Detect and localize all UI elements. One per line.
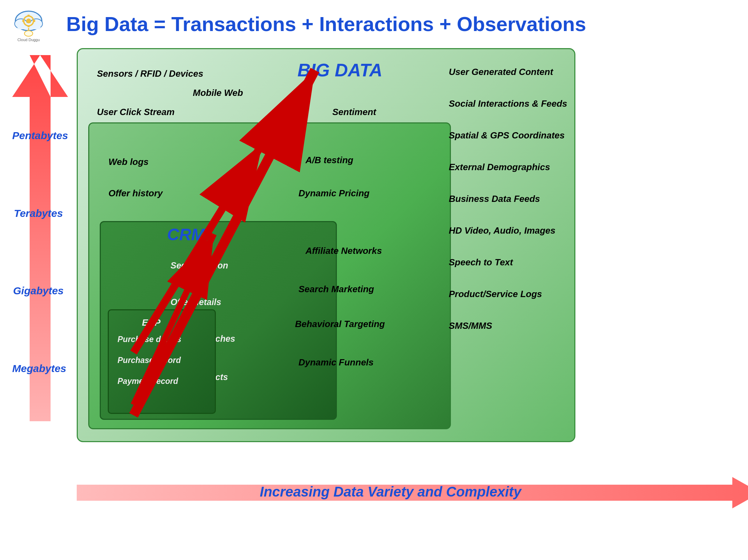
web-label: WEB bbox=[260, 127, 301, 147]
logo-area: Cloud Duggu bbox=[10, 6, 56, 41]
content-area: Pentabytes Terabytes Gigabytes Megabytes… bbox=[0, 45, 748, 512]
right-label-product: Product/Service Logs bbox=[449, 289, 567, 300]
svg-text:Cloud Duggu: Cloud Duggu bbox=[17, 38, 40, 42]
x-axis-arrow-svg: Increasing Data Variety and Complexity bbox=[77, 477, 748, 508]
svg-text:Increasing Data Variety and Co: Increasing Data Variety and Complexity bbox=[260, 484, 522, 499]
user-click-stream-text: User Click Stream bbox=[97, 107, 175, 118]
right-label-demographics: External Demographics bbox=[449, 162, 567, 173]
behavioral-targeting-text: Behavioral Targeting bbox=[295, 319, 385, 330]
web-box: WEB Web logs A/B testing Offer history D… bbox=[88, 122, 451, 429]
page-title: Big Data = Transactions + Interactions +… bbox=[66, 12, 586, 36]
svg-rect-9 bbox=[33, 20, 35, 22]
diagram-area: BIG DATA Sensors / RFID / Devices Mobile… bbox=[77, 48, 734, 512]
y-label-pentabytes: Pentabytes bbox=[12, 130, 68, 142]
y-label-megabytes: Megabytes bbox=[12, 363, 68, 374]
right-label-ugc: User Generated Content bbox=[449, 67, 567, 77]
segmentation-text: Segmentation bbox=[171, 260, 228, 271]
right-label-bizdata: Business Data Feeds bbox=[449, 194, 567, 204]
payment-record-text: Payment record bbox=[118, 377, 178, 386]
sentiment-text: Sentiment bbox=[332, 107, 376, 118]
header: Cloud Duggu Big Data = Transactions + In… bbox=[0, 0, 748, 45]
logo-icon: Cloud Duggu bbox=[10, 6, 47, 43]
crm-label: CRM bbox=[167, 225, 205, 244]
dynamic-funnels-text: Dynamic Funnels bbox=[299, 357, 373, 368]
sensors-text: Sensors / RFID / Devices bbox=[97, 68, 203, 79]
right-label-video: HD Video, Audio, Images bbox=[449, 225, 567, 236]
big-data-box: BIG DATA Sensors / RFID / Devices Mobile… bbox=[77, 48, 575, 442]
svg-point-5 bbox=[26, 18, 31, 23]
search-marketing-text: Search Marketing bbox=[299, 284, 374, 295]
svg-rect-8 bbox=[22, 20, 24, 22]
ab-testing-text: A/B testing bbox=[305, 155, 353, 166]
x-axis-container: Increasing Data Variety and Complexity bbox=[77, 477, 748, 508]
svg-rect-7 bbox=[28, 25, 30, 27]
right-label-speech: Speech to Text bbox=[449, 257, 567, 268]
mobile-web-text: Mobile Web bbox=[193, 88, 243, 98]
right-label-social: Social Interactions & Feeds bbox=[449, 98, 567, 109]
big-data-label: BIG DATA bbox=[297, 60, 383, 81]
y-axis: Pentabytes Terabytes Gigabytes Megabytes bbox=[10, 48, 70, 512]
web-logs-text: Web logs bbox=[108, 157, 149, 167]
offer-details-text: Offer details bbox=[171, 297, 221, 307]
svg-point-10 bbox=[24, 31, 33, 36]
purchase-record-text: Purchase record bbox=[118, 356, 181, 365]
affiliate-networks-text: Affiliate Networks bbox=[305, 245, 382, 256]
offer-history-text: Offer history bbox=[108, 188, 163, 199]
erp-label: ERP bbox=[142, 317, 160, 328]
svg-rect-6 bbox=[28, 15, 30, 17]
y-label-terabytes: Terabytes bbox=[12, 207, 68, 219]
right-labels: User Generated Content Social Interactio… bbox=[449, 67, 567, 331]
erp-box: ERP Purchase details Purchase record Pay… bbox=[108, 309, 216, 414]
right-label-spatial: Spatial & GPS Coordinates bbox=[449, 130, 567, 141]
purchase-details-text: Purchase details bbox=[118, 335, 181, 344]
y-label-gigabytes: Gigabytes bbox=[12, 285, 68, 297]
dynamic-pricing-text: Dynamic Pricing bbox=[299, 188, 370, 199]
right-label-sms: SMS/MMS bbox=[449, 320, 567, 331]
